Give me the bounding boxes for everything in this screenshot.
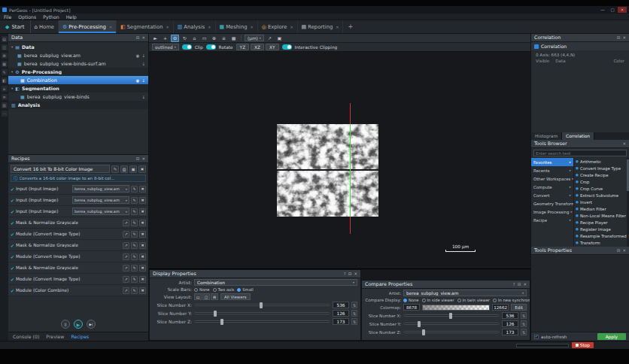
collapse-panel-icon[interactable]: ⊟: [348, 271, 352, 276]
viewer-tool-icon[interactable]: ▦: [229, 35, 238, 42]
plane-button[interactable]: YZ: [236, 44, 250, 50]
promote-output-icon[interactable]: ↗: [123, 253, 129, 260]
rail-icon[interactable]: ▤: [2, 36, 8, 42]
edit-recipe-icon[interactable]: ✎: [111, 165, 119, 173]
edit-step-icon[interactable]: ✎: [131, 265, 138, 271]
unit-select[interactable]: (µm) ▾: [245, 35, 264, 41]
check-icon[interactable]: ✔: [11, 198, 14, 203]
promote-output-icon[interactable]: ↗: [123, 231, 129, 238]
viewport-3d[interactable]: 100 µm: [149, 52, 530, 268]
rail-icon[interactable]: ≡: [2, 94, 8, 100]
check-icon[interactable]: ✔: [11, 265, 14, 271]
tree-row-dataset[interactable]: ▦ berea_subplug_view-binds-surf.am ↓: [8, 59, 148, 68]
workspace-tab[interactable]: ◧ Segmentation ✕: [117, 20, 174, 33]
stepper[interactable]: ⇅: [351, 318, 357, 325]
tools-search-input[interactable]: [536, 151, 624, 156]
rail-icon[interactable]: ⋯: [2, 111, 8, 117]
all-viewers-button[interactable]: All Viewers: [220, 293, 251, 300]
edit-step-icon[interactable]: ✎: [131, 231, 138, 238]
interactive-clipping-toggle[interactable]: [282, 44, 292, 50]
radio-icon[interactable]: [194, 288, 198, 292]
close-panel-icon[interactable]: ✕: [622, 248, 626, 253]
bottom-tab[interactable]: Console (0): [13, 334, 39, 339]
collapse-panel-icon[interactable]: ⊟: [136, 156, 140, 161]
download-icon[interactable]: ↓: [141, 53, 145, 58]
menu-item[interactable]: Python: [43, 14, 59, 20]
radio-icon[interactable]: [403, 299, 407, 302]
close-panel-icon[interactable]: ✕: [354, 271, 357, 276]
slider-handle[interactable]: [214, 311, 217, 317]
stepper[interactable]: ⇅: [521, 329, 527, 335]
close-panel-icon[interactable]: ✕: [622, 141, 626, 146]
save-recipe-icon[interactable]: ▣: [129, 165, 137, 173]
download-icon[interactable]: ↓: [141, 95, 145, 99]
workspace-tab[interactable]: ⚙ Pre-Processing ✕: [59, 20, 117, 33]
edit-step-icon[interactable]: ✎: [131, 186, 138, 193]
delete-step-icon[interactable]: ✖: [139, 242, 146, 249]
eye-icon[interactable]: ◉: [136, 53, 140, 58]
slice-slider[interactable]: [403, 314, 500, 317]
slider-handle[interactable]: [418, 321, 421, 327]
recipe-step-row[interactable]: ✔ Module (Convert Image Type) ↗ ✎ ✖: [8, 274, 148, 285]
colormap-min-field[interactable]: 8678: [403, 304, 420, 311]
viewer-tool-icon[interactable]: ⌂: [190, 35, 199, 42]
check-icon[interactable]: ✔: [11, 288, 14, 293]
tool-item[interactable]: ● Invert: [574, 199, 627, 205]
scalebars-option[interactable]: Small: [237, 287, 253, 292]
slider-value[interactable]: 536: [333, 302, 349, 308]
workspace-tab[interactable]: ▦ Meshing ✕: [216, 20, 258, 33]
pause-button[interactable]: ||: [61, 320, 70, 329]
eye-icon[interactable]: ◉: [136, 78, 140, 83]
step-input-select[interactable]: berea_subplug_view.am ▾: [72, 208, 129, 215]
promote-output-icon[interactable]: ↗: [123, 276, 129, 283]
rail-icon[interactable]: ✎: [2, 69, 8, 75]
caret-down-icon[interactable]: ▾: [11, 86, 13, 90]
step-input-select[interactable]: berea_subplug_view.am ▾: [72, 196, 129, 204]
tool-item[interactable]: ● Recipe Player: [574, 219, 627, 226]
collapse-panel-icon[interactable]: ⊟: [617, 35, 621, 40]
colormap-edit-button[interactable]: Edit: [511, 304, 527, 311]
workspace-tab[interactable]: ▥ Analysis ✕: [174, 20, 216, 33]
tree-row-combination[interactable]: ▦ Combination ◉ ↓: [8, 76, 148, 84]
close-tab-icon[interactable]: ✕: [290, 25, 293, 29]
viewer-tool-icon[interactable]: ⊙: [171, 35, 179, 42]
delete-step-icon[interactable]: ✖: [139, 287, 146, 294]
delete-step-icon[interactable]: ✖: [139, 253, 146, 260]
tools-category[interactable]: Favorites ▸: [531, 158, 573, 166]
stop-button[interactable]: Stop: [572, 342, 594, 348]
tools-search-box[interactable]: [533, 150, 627, 156]
tool-item[interactable]: ● Arithmetic: [574, 158, 627, 165]
close-tab-icon[interactable]: ✕: [208, 25, 211, 29]
bottom-tab[interactable]: Recipes: [71, 334, 89, 339]
tool-item[interactable]: ● Non-Local Means Filter: [574, 212, 627, 219]
recipe-name-field[interactable]: Convert 16 bit To 8-bit Color Image: [11, 165, 110, 173]
collapse-panel-icon[interactable]: ⊟: [617, 248, 621, 253]
help-icon[interactable]: ?: [344, 271, 346, 276]
collapse-panel-icon[interactable]: ⊟: [518, 282, 521, 287]
rail-icon[interactable]: ▦: [2, 61, 8, 67]
rail-icon[interactable]: ⌂: [2, 86, 8, 92]
compare-display-option[interactable]: In new synchronized viewer: [493, 298, 530, 302]
download-icon[interactable]: ↓: [141, 62, 145, 66]
recipe-step-row[interactable]: ✔ Mask & Normalize Grayscale ↗ ✎ ✖: [8, 240, 148, 251]
bottom-tab[interactable]: Preview: [46, 334, 64, 339]
tools-category[interactable]: Image Processing ▸: [531, 208, 573, 216]
promote-output-icon[interactable]: ↗: [123, 242, 129, 249]
plane-button[interactable]: XZ: [251, 44, 264, 50]
tool-item[interactable]: ● Crop Curve: [574, 185, 627, 192]
recipe-step-row[interactable]: ✔ Module (Convert Image Type) ↗ ✎ ✖: [8, 229, 148, 240]
tree-section-preprocessing[interactable]: ▾ ⚙ Pre-Processing: [8, 68, 148, 76]
slice-slider[interactable]: [403, 331, 500, 333]
add-tab-button[interactable]: +: [343, 20, 357, 33]
rotate-toggle[interactable]: [206, 44, 216, 50]
tools-category[interactable]: Other Workspaces ▸: [531, 174, 573, 183]
caret-down-icon[interactable]: ▾: [11, 70, 13, 74]
slider-handle[interactable]: [449, 313, 452, 319]
clip-toggle[interactable]: [182, 44, 192, 50]
workspace-tab[interactable]: ◎ Explore ✕: [258, 20, 298, 33]
compare-display-option[interactable]: None: [403, 298, 419, 302]
minimize-button[interactable]: —: [598, 7, 607, 13]
tree-row-dataset[interactable]: ▦ berea_subplug_view.am ◉ ↓: [8, 51, 148, 59]
tree-row-dataset[interactable]: ▦ berea_subplug_view-binds ↓: [8, 93, 148, 101]
close-tab-icon[interactable]: ✕: [109, 25, 112, 29]
